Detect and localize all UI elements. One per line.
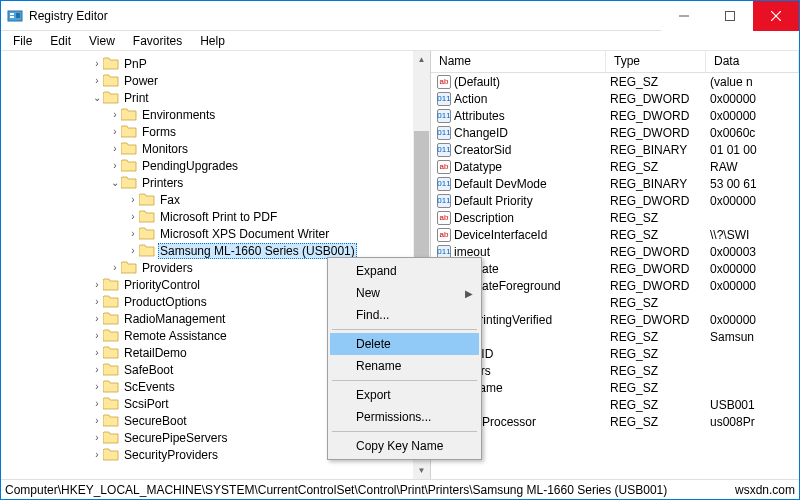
value-row[interactable]: 011ernPrintingVerifiedREG_DWORD0x00000 bbox=[431, 311, 799, 328]
expand-icon[interactable]: › bbox=[91, 75, 103, 86]
svg-rect-2 bbox=[10, 16, 14, 18]
value-row[interactable]: 011CreatorSidREG_BINARY01 01 00 bbox=[431, 141, 799, 158]
menu-separator bbox=[332, 431, 477, 432]
context-item-delete[interactable]: Delete bbox=[330, 333, 479, 355]
folder-icon bbox=[103, 278, 119, 292]
context-item-export[interactable]: Export bbox=[330, 384, 479, 406]
value-row[interactable]: abtionREG_SZ bbox=[431, 294, 799, 311]
expand-icon[interactable]: › bbox=[109, 109, 121, 120]
expand-icon[interactable]: › bbox=[127, 211, 139, 222]
context-label: Export bbox=[356, 388, 391, 402]
value-name: CreatorSid bbox=[454, 143, 511, 157]
close-button[interactable] bbox=[753, 1, 799, 31]
menu-help[interactable]: Help bbox=[192, 32, 233, 50]
menu-view[interactable]: View bbox=[81, 32, 123, 50]
value-row[interactable]: 011yUpdateREG_DWORD0x00000 bbox=[431, 260, 799, 277]
expand-icon[interactable]: › bbox=[91, 347, 103, 358]
value-row[interactable]: 011Default PriorityREG_DWORD0x00000 bbox=[431, 192, 799, 209]
col-type[interactable]: Type bbox=[606, 51, 706, 72]
tree-node[interactable]: ⌄Print bbox=[1, 89, 430, 106]
col-name[interactable]: Name bbox=[431, 51, 606, 72]
value-row[interactable]: abDescriptionREG_SZ bbox=[431, 209, 799, 226]
string-value-icon: ab bbox=[437, 228, 451, 242]
context-item-find-[interactable]: Find... bbox=[330, 304, 479, 326]
folder-icon bbox=[103, 448, 119, 462]
minimize-button[interactable] bbox=[661, 1, 707, 31]
expand-icon[interactable]: › bbox=[91, 313, 103, 324]
context-label: Permissions... bbox=[356, 410, 431, 424]
tree-node[interactable]: ›Fax bbox=[1, 191, 430, 208]
folder-icon bbox=[103, 91, 119, 105]
values-pane[interactable]: Name Type Data ab(Default)REG_SZ(value n… bbox=[431, 51, 799, 479]
value-row[interactable]: 011ChangeIDREG_DWORD0x0060c bbox=[431, 124, 799, 141]
value-row[interactable]: 011Default DevModeREG_BINARY53 00 61 bbox=[431, 175, 799, 192]
scroll-down-icon[interactable]: ▼ bbox=[413, 462, 430, 479]
expand-icon[interactable]: › bbox=[91, 364, 103, 375]
tree-node[interactable]: ›PnP bbox=[1, 55, 430, 72]
expand-icon[interactable]: ⌄ bbox=[109, 177, 121, 188]
tree-node[interactable]: ›Monitors bbox=[1, 140, 430, 157]
tree-label: SafeBoot bbox=[122, 363, 175, 377]
scroll-up-icon[interactable]: ▲ bbox=[413, 51, 430, 68]
menu-file[interactable]: File bbox=[5, 32, 40, 50]
context-item-new[interactable]: New▶ bbox=[330, 282, 479, 304]
value-row[interactable]: abserNameREG_SZ bbox=[431, 379, 799, 396]
value-row[interactable]: ab(Default)REG_SZ(value n bbox=[431, 73, 799, 90]
scroll-thumb[interactable] bbox=[414, 131, 429, 261]
folder-icon bbox=[103, 346, 119, 360]
titlebar: Registry Editor bbox=[1, 1, 799, 31]
value-data: us008Pr bbox=[706, 415, 799, 429]
expand-icon[interactable]: › bbox=[127, 228, 139, 239]
expand-icon[interactable]: › bbox=[91, 415, 103, 426]
expand-icon[interactable]: › bbox=[91, 330, 103, 341]
context-item-rename[interactable]: Rename bbox=[330, 355, 479, 377]
value-row[interactable]: 011ActionREG_DWORD0x00000 bbox=[431, 90, 799, 107]
value-row[interactable]: abPrint ProcessorREG_SZus008Pr bbox=[431, 413, 799, 430]
value-row[interactable]: abeREG_SZSamsun bbox=[431, 328, 799, 345]
svg-rect-1 bbox=[10, 13, 14, 15]
expand-icon[interactable]: › bbox=[91, 449, 103, 460]
value-row[interactable]: 011yUpdateForegroundREG_DWORD0x00000 bbox=[431, 277, 799, 294]
tree-node[interactable]: ›Environments bbox=[1, 106, 430, 123]
col-data[interactable]: Data bbox=[706, 51, 799, 72]
value-type: REG_SZ bbox=[606, 228, 706, 242]
value-row[interactable]: 011imeoutREG_DWORD0x00003 bbox=[431, 243, 799, 260]
expand-icon[interactable]: › bbox=[109, 143, 121, 154]
value-row[interactable]: abDatatypeREG_SZRAW bbox=[431, 158, 799, 175]
expand-icon[interactable]: ⌄ bbox=[91, 92, 103, 103]
value-row[interactable]: abDeviceInterfaceIdREG_SZ\\?\SWI bbox=[431, 226, 799, 243]
menu-edit[interactable]: Edit bbox=[42, 32, 79, 50]
expand-icon[interactable]: › bbox=[109, 126, 121, 137]
context-item-copy-key-name[interactable]: Copy Key Name bbox=[330, 435, 479, 457]
expand-icon[interactable]: › bbox=[127, 194, 139, 205]
expand-icon[interactable]: › bbox=[109, 160, 121, 171]
tree-node[interactable]: ›Forms bbox=[1, 123, 430, 140]
expand-icon[interactable]: › bbox=[91, 432, 103, 443]
value-row[interactable]: 011AttributesREG_DWORD0x00000 bbox=[431, 107, 799, 124]
value-row[interactable]: abctGUIDREG_SZ bbox=[431, 345, 799, 362]
expand-icon[interactable]: › bbox=[91, 279, 103, 290]
folder-icon bbox=[103, 312, 119, 326]
tree-node[interactable]: ›Power bbox=[1, 72, 430, 89]
context-menu[interactable]: ExpandNew▶Find...DeleteRenameExportPermi… bbox=[327, 257, 482, 460]
tree-node[interactable]: ›Microsoft XPS Document Writer bbox=[1, 225, 430, 242]
tree-label: ProductOptions bbox=[122, 295, 209, 309]
tree-node[interactable]: ›Microsoft Print to PDF bbox=[1, 208, 430, 225]
value-type: REG_DWORD bbox=[606, 245, 706, 259]
value-row[interactable]: abmetersREG_SZ bbox=[431, 362, 799, 379]
context-item-permissions-[interactable]: Permissions... bbox=[330, 406, 479, 428]
maximize-button[interactable] bbox=[707, 1, 753, 31]
expand-icon[interactable]: › bbox=[91, 296, 103, 307]
tree-node[interactable]: ›PendingUpgrades bbox=[1, 157, 430, 174]
expand-icon[interactable]: › bbox=[109, 262, 121, 273]
expand-icon[interactable]: › bbox=[127, 245, 139, 256]
context-item-expand[interactable]: Expand bbox=[330, 260, 479, 282]
expand-icon[interactable]: › bbox=[91, 398, 103, 409]
value-row[interactable]: abREG_SZUSB001 bbox=[431, 396, 799, 413]
tree-node[interactable]: ⌄Printers bbox=[1, 174, 430, 191]
expand-icon[interactable]: › bbox=[91, 58, 103, 69]
expand-icon[interactable]: › bbox=[91, 381, 103, 392]
menu-favorites[interactable]: Favorites bbox=[125, 32, 190, 50]
value-type: REG_SZ bbox=[606, 330, 706, 344]
value-data: 0x00000 bbox=[706, 194, 799, 208]
